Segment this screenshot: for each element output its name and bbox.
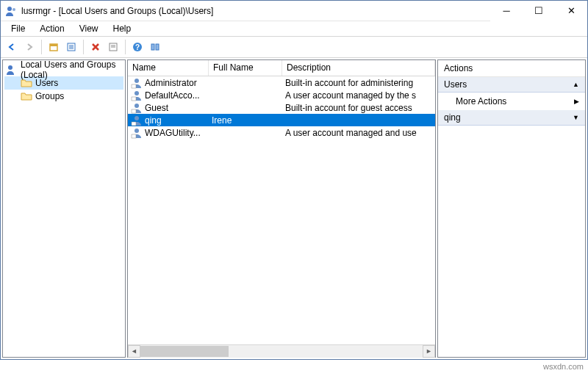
svg-point-1 xyxy=(12,8,15,11)
cell-name: DefaultAcco... xyxy=(128,90,209,101)
svg-rect-19 xyxy=(132,97,136,101)
menu-action[interactable]: Action xyxy=(34,22,70,35)
delete-button[interactable] xyxy=(87,39,104,55)
tree-users-label: Users xyxy=(35,78,58,88)
folder-icon xyxy=(21,90,32,102)
actions-group-users[interactable]: Users ▲ xyxy=(438,77,585,93)
refresh-columns-button[interactable] xyxy=(147,39,163,55)
cell-name: Administrator xyxy=(128,77,209,89)
cell-name: WDAGUtility... xyxy=(128,127,209,139)
tree-root-label: Local Users and Groups (Local) xyxy=(21,59,123,80)
properties-button[interactable] xyxy=(63,39,79,55)
close-button[interactable]: ✕ xyxy=(555,1,587,21)
horizontal-scrollbar[interactable]: ◄ ► xyxy=(128,344,435,357)
toolbar-separator xyxy=(125,40,126,54)
forward-button[interactable] xyxy=(21,39,37,55)
toolbar: ? xyxy=(1,36,587,58)
users-groups-icon xyxy=(6,64,18,76)
actions-panel: Actions Users ▲ More Actions ▶ qing ▼ xyxy=(437,59,586,358)
body: Local Users and Groups (Local) Users Gro… xyxy=(1,58,587,359)
actions-more[interactable]: More Actions ▶ xyxy=(438,93,585,110)
actions-group-users-label: Users xyxy=(444,79,467,90)
window-controls: ─ ☐ ✕ xyxy=(490,1,587,21)
toolbar-separator xyxy=(41,40,42,54)
cell-description: Built-in account for administering xyxy=(282,78,435,88)
user-icon xyxy=(131,127,143,139)
watermark: wsxdn.com xyxy=(543,362,584,371)
cell-name: qing xyxy=(128,115,209,126)
menu-file[interactable]: File xyxy=(5,22,31,35)
table-row[interactable]: GuestBuilt-in account for guest access xyxy=(128,101,435,114)
svg-rect-13 xyxy=(151,44,154,50)
toolbar-separator xyxy=(83,40,84,54)
user-icon xyxy=(131,102,143,114)
menu-view[interactable]: View xyxy=(74,22,104,35)
window-title: lusrmgr - [Local Users and Groups (Local… xyxy=(21,6,490,16)
scroll-track[interactable] xyxy=(140,345,423,358)
svg-point-22 xyxy=(135,116,139,120)
folder-open-icon xyxy=(21,77,32,89)
table-row[interactable]: DefaultAcco...A user account managed by … xyxy=(128,89,435,101)
scroll-thumb[interactable] xyxy=(140,346,229,357)
list-header: Name Full Name Description xyxy=(128,60,435,76)
chevron-right-icon: ▶ xyxy=(574,98,579,105)
tree-root[interactable]: Local Users and Groups (Local) xyxy=(4,63,123,76)
svg-point-18 xyxy=(135,91,139,95)
svg-rect-23 xyxy=(132,122,136,126)
actions-more-label: More Actions xyxy=(456,96,506,106)
col-fullname[interactable]: Full Name xyxy=(209,60,282,76)
tree-groups[interactable]: Groups xyxy=(4,90,123,103)
tree-groups-label: Groups xyxy=(35,91,64,101)
svg-rect-17 xyxy=(132,84,136,88)
tree-panel[interactable]: Local Users and Groups (Local) Users Gro… xyxy=(2,59,126,358)
actions-group-selection[interactable]: qing ▼ xyxy=(438,110,585,126)
back-button[interactable] xyxy=(4,39,20,55)
menu-help[interactable]: Help xyxy=(107,22,137,35)
app-icon xyxy=(5,5,17,17)
collapse-icon: ▲ xyxy=(573,81,579,88)
user-icon xyxy=(131,77,143,89)
new-button[interactable] xyxy=(46,39,62,55)
scroll-right-button[interactable]: ► xyxy=(423,345,435,358)
list-rows[interactable]: AdministratorBuilt-in account for admini… xyxy=(128,76,435,344)
expand-icon: ▼ xyxy=(573,114,579,121)
export-button[interactable] xyxy=(105,39,121,55)
cell-description: A user account managed by the s xyxy=(282,90,435,101)
cell-description: A user account managed and use xyxy=(282,128,435,138)
svg-rect-25 xyxy=(132,134,136,138)
svg-point-15 xyxy=(8,65,12,70)
col-name[interactable]: Name xyxy=(128,60,209,76)
svg-point-20 xyxy=(135,104,139,108)
cell-name: Guest xyxy=(128,102,209,114)
user-icon xyxy=(131,115,143,126)
svg-text:?: ? xyxy=(135,43,140,51)
cell-fullname: Irene xyxy=(209,115,282,126)
cell-description: Built-in account for guest access xyxy=(282,103,435,113)
table-row[interactable]: AdministratorBuilt-in account for admini… xyxy=(128,76,435,89)
table-row[interactable]: WDAGUtility...A user account managed and… xyxy=(128,126,435,139)
app-window: lusrmgr - [Local Users and Groups (Local… xyxy=(0,0,588,360)
minimize-button[interactable]: ─ xyxy=(490,1,523,21)
titlebar: lusrmgr - [Local Users and Groups (Local… xyxy=(1,1,587,21)
list-panel: Name Full Name Description Administrator… xyxy=(127,59,436,358)
svg-rect-21 xyxy=(132,109,136,113)
table-row[interactable]: qingIrene xyxy=(128,114,435,126)
svg-rect-3 xyxy=(50,44,57,46)
actions-title: Actions xyxy=(438,60,585,77)
maximize-button[interactable]: ☐ xyxy=(523,1,555,21)
svg-rect-14 xyxy=(156,44,159,50)
user-icon xyxy=(131,90,143,101)
menubar: File Action View Help xyxy=(1,21,587,36)
svg-point-16 xyxy=(135,79,139,83)
svg-point-24 xyxy=(135,129,139,133)
scroll-left-button[interactable]: ◄ xyxy=(128,345,140,358)
help-button[interactable]: ? xyxy=(129,39,146,55)
actions-group-selection-label: qing xyxy=(444,112,461,123)
col-description[interactable]: Description xyxy=(282,60,435,76)
svg-point-0 xyxy=(7,7,12,11)
